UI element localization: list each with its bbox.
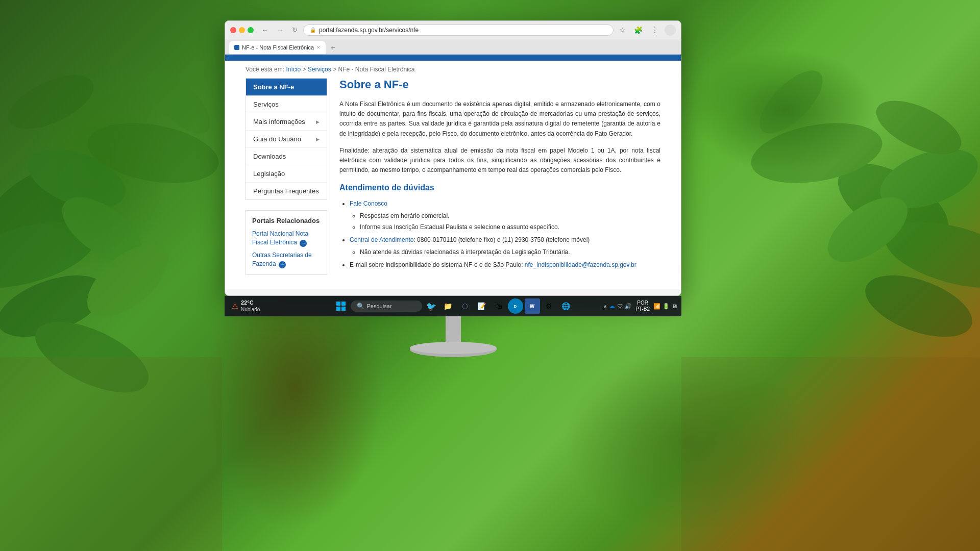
close-button[interactable] xyxy=(230,27,236,33)
list-item-email: E-mail sobre indisponibilidade do sistem… xyxy=(350,260,660,271)
onedrive-icon[interactable]: ☁ xyxy=(609,303,615,310)
menu-button[interactable]: ⋮ xyxy=(648,24,662,36)
arrow-icon-mais-info: ▶ xyxy=(316,119,320,124)
search-placeholder: Pesquisar xyxy=(367,303,392,309)
arrow-icon-guia: ▶ xyxy=(316,137,320,142)
windows-logo-icon xyxy=(336,302,346,311)
sidebar-item-legislacao[interactable]: Legislação xyxy=(246,165,327,183)
tray-icons[interactable]: ∧ xyxy=(603,304,607,309)
fale-conosco-link[interactable]: Fale Conosco xyxy=(350,200,387,207)
back-button[interactable]: ← xyxy=(259,25,271,35)
taskbar-icon-settings[interactable]: ⚙ xyxy=(542,298,557,314)
forward-button[interactable]: → xyxy=(274,25,286,35)
breadcrumb-servicos[interactable]: Serviços xyxy=(308,66,331,73)
portais-relacionados: Portais Relacionados Portal Nacional Not… xyxy=(246,210,327,275)
svg-point-18 xyxy=(1,64,102,140)
new-tab-button[interactable]: + xyxy=(327,42,339,54)
sub-item-inscricao: Informe sua Inscrição Estadual Paulista … xyxy=(360,222,660,233)
content-paragraph-2: Finalidade: alteração da sistemática atu… xyxy=(339,146,660,176)
svg-rect-23 xyxy=(341,307,346,311)
maximize-button[interactable] xyxy=(248,27,254,33)
profile-icon[interactable] xyxy=(665,24,676,36)
atendimento-title: Atendimento de dúvidas xyxy=(339,183,660,192)
system-tray: ∧ ☁ 🛡 🔊 POR PT-B2 📶 🔋 🖥 xyxy=(603,300,677,312)
taskbar-icon-explorer[interactable]: 📁 xyxy=(440,298,456,314)
monitor-stand xyxy=(402,316,504,357)
taskbar-icon-chrome[interactable]: 🌐 xyxy=(558,298,574,314)
taskbar-icon-word[interactable]: W xyxy=(525,298,540,314)
temperature: 22°C xyxy=(241,299,260,306)
central-atendimento-link[interactable]: Central de Atendimento xyxy=(350,236,413,243)
volume-icon[interactable]: 🔊 xyxy=(625,303,632,310)
notification-icon[interactable]: 🖥 xyxy=(672,303,677,309)
portal-nacional-link[interactable]: Portal Nacional Nota Fiscal Eletrônica → xyxy=(252,230,321,247)
outras-secretarias-link[interactable]: Outras Secretarias de Fazenda → xyxy=(252,251,321,268)
address-bar[interactable]: 🔒 portal.fazenda.sp.gov.br/servicos/nfe xyxy=(303,24,614,36)
page-layout: Sobre a NF-e Serviços Mais informações ▶ xyxy=(225,78,681,285)
url-text: portal.fazenda.sp.gov.br/servicos/nfe xyxy=(319,27,607,34)
main-content: Sobre a NF-e A Nota Fiscal Eletrônica é … xyxy=(327,78,660,275)
svg-rect-22 xyxy=(336,307,340,311)
minimize-button[interactable] xyxy=(239,27,245,33)
language-indicator[interactable]: POR PT-B2 xyxy=(634,300,651,312)
sidebar-item-guia[interactable]: Guia do Usuário ▶ xyxy=(246,131,327,148)
security-icon[interactable]: 🛡 xyxy=(617,303,623,309)
svg-rect-15 xyxy=(681,357,980,551)
battery-icon[interactable]: 🔋 xyxy=(663,303,670,310)
wifi-icon[interactable]: 📶 xyxy=(653,303,660,310)
atendimento-list: Fale Conosco Respostas em horário comerc… xyxy=(339,198,660,271)
extensions-button[interactable]: 🧩 xyxy=(631,25,645,35)
taskbar-icon-dell[interactable]: D xyxy=(508,298,523,314)
taskbar-icon-sticky[interactable]: 📝 xyxy=(474,298,489,314)
monitor: ← → ↻ 🔒 portal.fazenda.sp.gov.br/servico… xyxy=(225,20,681,357)
weather-widget[interactable]: ⚠ 22°C Nublado xyxy=(229,298,263,313)
word-icon: W xyxy=(530,304,534,309)
sidebar-item-servicos[interactable]: Serviços xyxy=(246,96,327,113)
tab-title: NF-e - Nota Fiscal Eletrônica xyxy=(242,44,314,51)
svg-rect-21 xyxy=(341,302,346,306)
chevron-icon: ∧ xyxy=(603,304,607,309)
lock-icon: 🔒 xyxy=(310,27,316,33)
search-icon: 🔍 xyxy=(357,303,364,310)
webpage-content: Você está em: Início > Serviços > NFe - … xyxy=(225,55,681,289)
active-tab[interactable]: NF-e - Nota Fiscal Eletrônica ✕ xyxy=(229,41,326,54)
arrow-portal-nacional: → xyxy=(300,240,307,247)
weather-warning-icon: ⚠ xyxy=(232,302,238,310)
svg-rect-20 xyxy=(336,302,340,306)
sidebar: Sobre a NF-e Serviços Mais informações ▶ xyxy=(246,78,327,275)
browser-window: ← → ↻ 🔒 portal.fazenda.sp.gov.br/servico… xyxy=(225,20,681,296)
sidebar-item-downloads[interactable]: Downloads xyxy=(246,148,327,165)
tab-close-icon[interactable]: ✕ xyxy=(316,45,321,50)
taskbar-icon-store[interactable]: 🛍 xyxy=(491,298,506,314)
list-item-fale: Fale Conosco Respostas em horário comerc… xyxy=(350,198,660,233)
sub-item-nao-atende: Não atende às dúvidas relacionadas à int… xyxy=(360,247,660,258)
arrow-outras-secretarias: → xyxy=(279,261,286,268)
bookmark-button[interactable]: ☆ xyxy=(617,25,628,35)
reload-button[interactable]: ↻ xyxy=(289,25,300,35)
breadcrumb: Você está em: Início > Serviços > NFe - … xyxy=(225,61,681,78)
page-title: Sobre a NF-e xyxy=(339,78,660,91)
sidebar-item-perguntas[interactable]: Perguntas Frequentes xyxy=(246,183,327,199)
svg-point-26 xyxy=(410,342,497,354)
sidebar-item-sobre[interactable]: Sobre a NF-e xyxy=(246,79,327,96)
sidebar-nav: Sobre a NF-e Serviços Mais informações ▶ xyxy=(246,78,327,200)
content-paragraph-1: A Nota Fiscal Eletrônica é um documento … xyxy=(339,99,660,139)
list-item-central: Central de Atendimento: 0800-0170110 (te… xyxy=(350,235,660,258)
windows-start-button[interactable] xyxy=(333,298,349,314)
taskbar-icon-files[interactable]: 🐦 xyxy=(424,298,439,314)
breadcrumb-inicio[interactable]: Início xyxy=(286,66,301,73)
site-header-bar xyxy=(225,55,681,61)
email-link[interactable]: nfe_indisponibilidade@fazenda.sp.gov.br xyxy=(525,261,636,268)
sub-item-horario: Respostas em horário comercial. xyxy=(360,211,660,222)
dell-icon: D xyxy=(514,304,517,309)
sidebar-item-mais-info[interactable]: Mais informações ▶ xyxy=(246,113,327,131)
taskbar: ⚠ 22°C Nublado 🔍 Pesquisar xyxy=(225,296,681,316)
svg-rect-24 xyxy=(446,316,461,342)
taskbar-icon-teams[interactable]: ⬡ xyxy=(457,298,473,314)
weather-condition: Nublado xyxy=(241,307,260,313)
monitor-stand-area xyxy=(225,316,681,357)
svg-rect-14 xyxy=(0,357,222,551)
portais-title: Portais Relacionados xyxy=(252,217,321,224)
taskbar-search[interactable]: 🔍 Pesquisar xyxy=(351,300,422,312)
